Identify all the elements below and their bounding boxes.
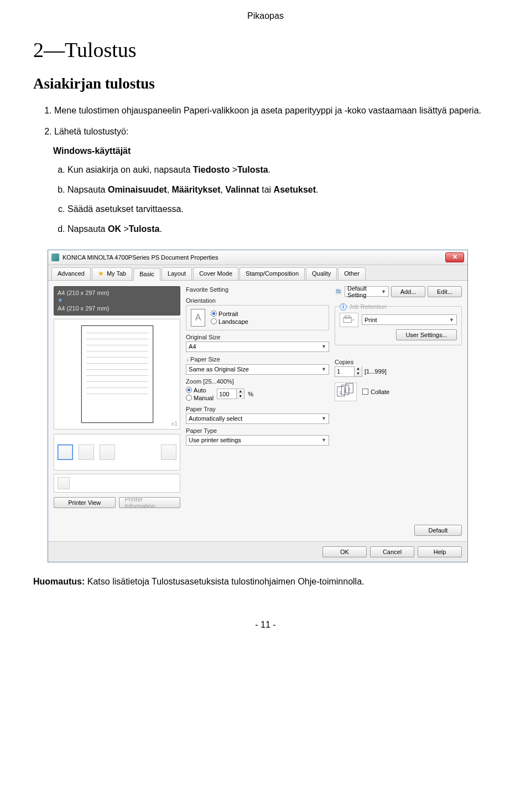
option-icon-2[interactable]: [79, 444, 94, 460]
tab-label: Other: [344, 270, 360, 277]
dialog-body: A4 (210 x 297 mm) ▼ A4 (210 x 297 mm) x1…: [48, 281, 467, 541]
combo-value: Default Setting: [347, 285, 381, 298]
dialog-footer: OK Cancel Help: [48, 541, 467, 562]
text: .: [268, 165, 270, 174]
copies-range: [1...999]: [365, 368, 387, 375]
landscape-radio[interactable]: Landscape: [211, 318, 248, 325]
favorite-label: Favorite Setting: [186, 286, 228, 293]
bold-text: Asetukset: [274, 185, 316, 194]
preview-sizes: A4 (210 x 297 mm) ▼ A4 (210 x 297 mm): [54, 286, 180, 316]
option-icon-5[interactable]: [58, 477, 70, 489]
button-label: Printer Information: [125, 496, 175, 509]
bold-text: Tiedosto: [193, 165, 230, 174]
bold-text: Tulosta: [237, 165, 268, 174]
step-up-icon[interactable]: ▲: [354, 366, 362, 371]
paper-icon: [81, 325, 153, 423]
favorite-combo[interactable]: Default Setting ▼: [345, 286, 389, 297]
dialog-title: KONICA MINOLTA 4700PSeries PS Document P…: [63, 254, 218, 261]
tab-label: Cover Mode: [199, 270, 232, 277]
svg-text:2: 2: [343, 389, 346, 394]
step-down-icon[interactable]: ▼: [236, 394, 244, 399]
tab-basic[interactable]: Basic: [133, 268, 160, 281]
right-column: Default Setting ▼ Add... Edit... iJob Re…: [335, 286, 462, 508]
combo-value: A4: [189, 343, 196, 350]
button-label: User Settings...: [405, 332, 447, 338]
info-icon: i: [340, 303, 347, 311]
text: tai: [259, 185, 274, 194]
radio-label: Portrait: [218, 311, 238, 317]
option-icon-1[interactable]: [58, 444, 73, 460]
tab-label: Basic: [139, 271, 154, 277]
tab-label: Advanced: [58, 270, 85, 277]
zoom-auto-radio[interactable]: Auto: [186, 387, 214, 394]
paper-size-label: ↓Paper Size: [186, 355, 329, 363]
collate-icon: 123: [335, 382, 357, 401]
favorite-icon: [335, 288, 342, 296]
radio-dot-icon: [186, 387, 192, 393]
paper-type-combo[interactable]: Use printer settings ▼: [186, 435, 329, 446]
text: >: [230, 165, 237, 174]
tab-advanced[interactable]: Advanced: [51, 267, 91, 280]
bold-text: Määritykset: [172, 185, 221, 194]
note-label: Huomautus:: [33, 577, 85, 586]
tab-other[interactable]: Other: [338, 267, 366, 280]
ok-button[interactable]: OK: [322, 546, 367, 557]
radio-dot-icon: [211, 311, 217, 317]
chapter-title: 2—Tulostus: [33, 38, 498, 62]
option-icon-4[interactable]: [161, 444, 176, 460]
text: .: [159, 224, 162, 234]
printer-info-button[interactable]: Printer Information: [119, 497, 181, 508]
option-icon-3[interactable]: [100, 444, 115, 460]
zoom-manual-radio[interactable]: Manual: [186, 395, 214, 401]
button-label: Printer View: [68, 499, 101, 506]
button-label: Edit...: [437, 288, 452, 295]
section-title: Asiakirjan tulostus: [33, 75, 498, 92]
substep-d: Napsauta OK >Tulosta.: [67, 223, 498, 235]
close-button[interactable]: ✕: [445, 252, 464, 262]
tab-label: My Tab: [107, 270, 126, 277]
original-size-combo[interactable]: A4 ▼: [186, 342, 329, 352]
subhead-windows-users: Windows-käyttäjät: [53, 146, 498, 156]
button-label: OK: [340, 549, 349, 555]
tab-cover-mode[interactable]: Cover Mode: [193, 267, 238, 280]
tab-quality[interactable]: Quality: [306, 267, 337, 280]
radio-label: Landscape: [218, 318, 248, 325]
cancel-button[interactable]: Cancel: [370, 546, 414, 557]
tab-label: Quality: [312, 270, 331, 277]
zoom-spinner[interactable]: 100 ▲▼: [217, 389, 244, 399]
arrow-down-icon: ↓: [186, 355, 189, 363]
button-label: Add...: [400, 288, 417, 295]
tab-stamp-composition[interactable]: Stamp/Composition: [240, 267, 305, 280]
edit-button[interactable]: Edit...: [428, 286, 462, 297]
tab-layout[interactable]: Layout: [162, 267, 192, 280]
add-button[interactable]: Add...: [391, 286, 425, 297]
help-button[interactable]: Help: [418, 546, 462, 557]
user-settings-button[interactable]: User Settings...: [396, 329, 457, 340]
middle-column: Favorite Setting Orientation A Portrait …: [186, 286, 329, 508]
checkbox-icon: [362, 389, 368, 395]
collate-checkbox[interactable]: Collate: [362, 389, 389, 395]
radio-dot-icon: [211, 318, 217, 324]
step-2: Lähetä tulostustyö:: [54, 126, 498, 138]
close-icon: ✕: [452, 254, 457, 261]
bold-text: Ominaisuudet: [108, 185, 167, 194]
paper-size-combo[interactable]: Same as Original Size ▼: [186, 364, 329, 375]
copies-spinner[interactable]: 1 ▲▼: [335, 366, 362, 377]
step-up-icon[interactable]: ▲: [236, 389, 244, 394]
printer-view-button[interactable]: Printer View: [54, 497, 116, 508]
chevron-down-icon: ▼: [321, 344, 326, 349]
job-retention-combo[interactable]: Print ▼: [362, 314, 457, 325]
default-button[interactable]: Default: [414, 525, 462, 536]
step-down-icon[interactable]: ▼: [354, 371, 362, 376]
portrait-radio[interactable]: Portrait: [211, 311, 248, 317]
percent-label: %: [248, 391, 253, 397]
page-header: Pikaopas: [33, 11, 498, 21]
combo-value: Automatically select: [189, 415, 242, 422]
combo-value: Same as Original Size: [189, 366, 249, 373]
zoom-indicator: x1: [171, 420, 178, 427]
tab-my-tab[interactable]: ★My Tab: [92, 267, 132, 280]
paper-tray-combo[interactable]: Automatically select ▼: [186, 413, 329, 424]
page-preview: x1: [54, 319, 180, 430]
combo-value: Print: [365, 317, 377, 323]
group-label: Job Retention: [349, 303, 387, 310]
